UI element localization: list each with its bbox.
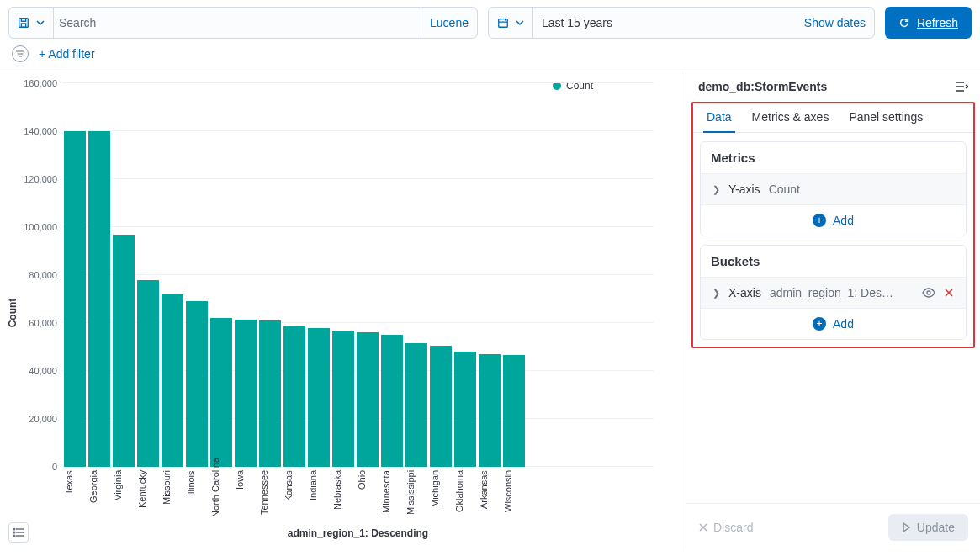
x-tick: North Carolina xyxy=(210,470,232,521)
date-range-group: Last 15 years Show dates xyxy=(488,7,875,39)
buckets-row-value: admin_region_1: Descend... xyxy=(770,286,896,299)
bar[interactable] xyxy=(137,280,159,467)
buckets-xaxis-row[interactable]: ❯ X-axis admin_region_1: Descend... xyxy=(701,277,966,308)
x-tick: Iowa xyxy=(235,470,257,521)
legend-position-toggle[interactable] xyxy=(8,522,29,543)
bar[interactable] xyxy=(454,352,476,467)
add-filter-button[interactable]: + Add filter xyxy=(39,47,95,61)
buckets-heading: Buckets xyxy=(701,246,966,277)
bar[interactable] xyxy=(210,318,232,467)
y-tick: 0 xyxy=(52,462,62,472)
calendar-icon xyxy=(497,17,509,29)
index-pattern-title: demo_db:StormEvents xyxy=(698,80,827,93)
search-group: Lucene xyxy=(8,7,478,39)
y-tick: 60,000 xyxy=(29,318,62,328)
tab-data[interactable]: Data xyxy=(698,103,740,132)
filter-options-icon[interactable] xyxy=(12,45,29,62)
update-button[interactable]: Update xyxy=(888,514,968,541)
editor-side-panel: demo_db:StormEvents Data Metrics & axes … xyxy=(686,71,980,551)
bar[interactable] xyxy=(405,343,427,467)
bar[interactable] xyxy=(64,131,86,467)
bar[interactable] xyxy=(479,354,501,467)
show-dates-toggle[interactable]: Show dates xyxy=(796,8,874,38)
bar[interactable] xyxy=(88,131,110,467)
metrics-section: Metrics ❯ Y-axis Count + Add xyxy=(700,141,967,236)
x-tick: Virginia xyxy=(113,470,135,521)
chart-panel: Count Count 020,00040,00060,00080,000100… xyxy=(0,71,686,551)
x-tick: Oklahoma xyxy=(454,470,476,521)
bar[interactable] xyxy=(235,320,257,467)
search-input[interactable] xyxy=(54,8,421,38)
metrics-row-label: Y-axis xyxy=(728,183,760,196)
bar[interactable] xyxy=(308,328,330,467)
tab-metrics-axes[interactable]: Metrics & axes xyxy=(744,103,838,132)
x-tick: Michigan xyxy=(430,470,452,521)
metrics-row-value: Count xyxy=(769,183,800,196)
discard-label: Discard xyxy=(713,521,753,534)
svg-point-5 xyxy=(13,535,15,537)
svg-rect-2 xyxy=(499,19,508,28)
bar[interactable] xyxy=(283,326,305,467)
buckets-section: Buckets ❯ X-axis admin_region_1: Descend… xyxy=(700,245,967,340)
editor-footer: Discard Update xyxy=(686,503,980,551)
bar[interactable] xyxy=(357,332,379,467)
chevron-right-icon: ❯ xyxy=(712,288,720,299)
play-icon xyxy=(902,522,910,532)
plus-icon: + xyxy=(813,214,826,227)
bar[interactable] xyxy=(162,294,183,467)
chevron-down-icon xyxy=(516,19,524,27)
refresh-label: Refresh xyxy=(917,16,958,29)
svg-rect-1 xyxy=(21,24,25,27)
editor-tabs: Data Metrics & axes Panel settings xyxy=(693,103,973,133)
y-tick: 20,000 xyxy=(29,414,62,424)
metrics-yaxis-row[interactable]: ❯ Y-axis Count xyxy=(701,173,966,204)
add-metric-button[interactable]: + Add xyxy=(701,204,966,236)
list-icon xyxy=(13,528,24,537)
x-tick: Tennessee xyxy=(259,470,281,521)
filter-bar: + Add filter xyxy=(0,40,980,71)
x-tick: Kansas xyxy=(283,470,305,521)
y-tick: 100,000 xyxy=(24,222,62,232)
x-tick: Texas xyxy=(64,470,86,521)
discard-button[interactable]: Discard xyxy=(698,521,753,534)
tab-panel-settings[interactable]: Panel settings xyxy=(840,103,931,132)
plus-icon: + xyxy=(813,317,826,331)
remove-bucket-icon[interactable] xyxy=(944,288,954,298)
x-tick: Nebraska xyxy=(332,470,354,521)
add-metric-label: Add xyxy=(833,214,854,227)
bar[interactable] xyxy=(503,355,525,467)
toggle-visibility-icon[interactable] xyxy=(922,288,935,298)
date-range-display[interactable]: Last 15 years xyxy=(533,8,796,38)
bar[interactable] xyxy=(332,331,354,467)
refresh-icon xyxy=(898,17,910,29)
saved-queries-toggle[interactable] xyxy=(9,8,54,38)
add-bucket-button[interactable]: + Add xyxy=(701,308,966,339)
x-tick: Illinois xyxy=(186,470,208,521)
svg-point-3 xyxy=(13,528,15,530)
bar[interactable] xyxy=(430,346,452,467)
bar[interactable] xyxy=(381,335,403,467)
expand-icon[interactable] xyxy=(955,82,968,92)
date-quick-select[interactable] xyxy=(489,8,533,38)
main-area: Count Count 020,00040,00060,00080,000100… xyxy=(0,71,980,551)
x-tick: Ohio xyxy=(357,470,379,521)
x-tick: Missouri xyxy=(162,470,183,521)
bar[interactable] xyxy=(186,301,208,467)
chart-plot: 020,00040,00060,00080,000100,000120,0001… xyxy=(20,75,654,551)
chevron-right-icon: ❯ xyxy=(712,184,720,195)
query-language-select[interactable]: Lucene xyxy=(421,8,477,38)
save-icon xyxy=(18,17,29,29)
bar[interactable] xyxy=(113,235,135,467)
top-query-bar: Lucene Last 15 years Show dates Refresh xyxy=(0,0,980,40)
svg-point-4 xyxy=(13,532,15,533)
x-tick: Minnesota xyxy=(381,470,403,521)
x-axis-label: admin_region_1: Descending xyxy=(62,527,654,539)
bar[interactable] xyxy=(259,320,281,467)
y-tick: 80,000 xyxy=(29,270,62,280)
y-tick: 160,000 xyxy=(24,78,62,88)
chevron-down-icon xyxy=(36,19,45,27)
y-axis-label: Count xyxy=(7,299,19,328)
x-tick: Kentucky xyxy=(137,470,159,521)
refresh-button[interactable]: Refresh xyxy=(885,7,972,39)
y-tick: 40,000 xyxy=(29,366,62,376)
